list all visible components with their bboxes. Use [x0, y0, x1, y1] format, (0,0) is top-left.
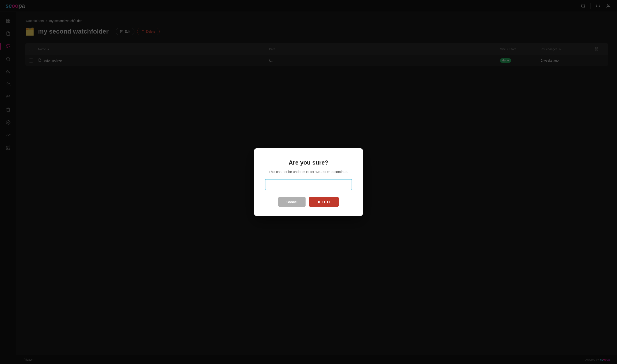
confirm-delete-button[interactable]: DELETE	[309, 197, 338, 207]
modal-message: This can not be undone! Enter 'DELETE' t…	[265, 170, 352, 174]
confirm-delete-modal: Are you sure? This can not be undone! En…	[254, 148, 363, 216]
modal-overlay[interactable]: Are you sure? This can not be undone! En…	[0, 0, 617, 364]
modal-title: Are you sure?	[265, 159, 352, 166]
delete-confirm-input[interactable]	[265, 179, 352, 190]
cancel-button[interactable]: Cancel	[278, 197, 306, 207]
modal-buttons: Cancel DELETE	[265, 197, 352, 207]
